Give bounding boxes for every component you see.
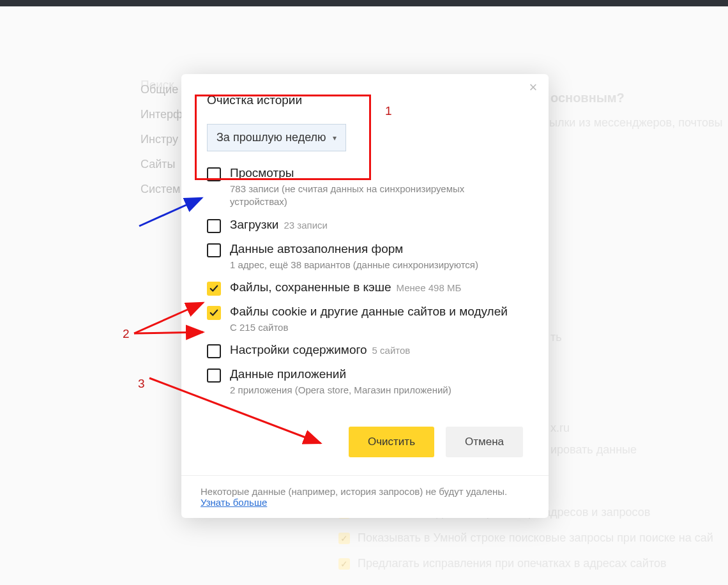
option-inline-sub: 5 сайтов [372, 345, 411, 356]
annotation-label-2: 2 [123, 327, 130, 341]
option-inline-sub: Менее 498 МБ [397, 282, 462, 293]
option-sub: С 215 сайтов [230, 321, 523, 334]
clear-option-row: Загрузки23 записи [207, 213, 523, 238]
option-label: Загрузки [230, 218, 278, 231]
annotation-label-3: 3 [138, 377, 145, 391]
option-label: Данные автозаполнения форм [230, 242, 403, 255]
clear-option-row: Просмотры783 записи (не считая данных на… [207, 162, 523, 213]
footer-text: Некоторые данные (например, история запр… [201, 486, 507, 497]
clear-option-row: Файлы, сохраненные в кэшеМенее 498 МБ [207, 276, 523, 300]
option-label: Данные приложений [230, 367, 346, 381]
option-label: Файлы, сохраненные в кэше [230, 280, 391, 294]
checkbox[interactable] [207, 243, 221, 257]
option-label: Настройки содержимого [230, 343, 367, 356]
clear-button[interactable]: Очистить [349, 427, 434, 457]
learn-more-link[interactable]: Узнать больше [201, 497, 267, 508]
window-topbar [0, 0, 728, 6]
option-sub: 2 приложения (Opera store, Магазин прило… [230, 384, 523, 397]
clear-option-row: Данные приложений2 приложения (Opera sto… [207, 363, 523, 401]
dialog-footer: Некоторые данные (например, история запр… [181, 475, 549, 518]
option-inline-sub: 23 записи [284, 220, 327, 231]
time-range-select[interactable]: За прошлую неделю ▾ [207, 124, 346, 151]
option-sub: 783 записи (не считая данных на синхрони… [230, 183, 523, 209]
time-range-value: За прошлую неделю [216, 131, 326, 144]
checkbox[interactable] [207, 368, 221, 383]
checkbox[interactable] [207, 219, 221, 233]
clear-history-dialog: × Очистка истории За прошлую неделю ▾ Пр… [181, 74, 549, 518]
clear-options-list: Просмотры783 записи (не считая данных на… [181, 158, 549, 419]
dialog-title: Очистка истории [207, 93, 523, 107]
checkbox[interactable] [207, 167, 221, 181]
option-sub: 1 адрес, ещё 38 вариантов (данные синхро… [230, 259, 523, 271]
option-label: Просмотры [230, 166, 294, 179]
checkbox[interactable] [207, 306, 221, 320]
clear-option-row: Настройки содержимого5 сайтов [207, 338, 523, 363]
chevron-down-icon: ▾ [333, 133, 337, 142]
annotation-label-1: 1 [385, 104, 392, 118]
close-icon[interactable]: × [527, 82, 540, 95]
checkbox[interactable] [207, 344, 221, 358]
option-label: Файлы cookie и другие данные сайтов и мо… [230, 305, 508, 318]
clear-option-row: Данные автозаполнения форм1 адрес, ещё 3… [207, 238, 523, 276]
clear-option-row: Файлы cookie и другие данные сайтов и мо… [207, 300, 523, 338]
page: Поиск Общие Интерф Инстру Сайты Систем о… [0, 6, 728, 585]
checkbox[interactable] [207, 282, 221, 296]
cancel-button[interactable]: Отмена [446, 427, 523, 457]
